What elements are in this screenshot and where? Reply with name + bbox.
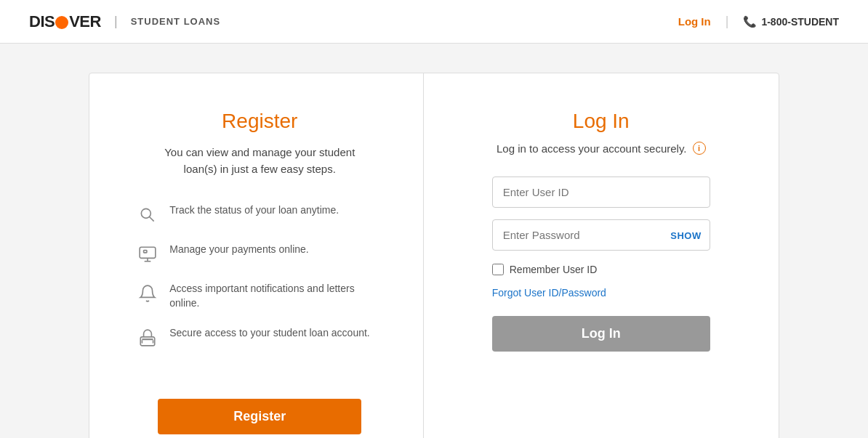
monitor-icon xyxy=(136,243,159,266)
register-button[interactable]: Register xyxy=(158,399,361,434)
svg-line-1 xyxy=(150,217,154,222)
logo: DISVER | STUDENT LOANS xyxy=(29,12,220,31)
logo-divider: | xyxy=(114,14,118,29)
feature-track: Track the status of your loan anytime. xyxy=(136,203,383,227)
logo-disc-icon xyxy=(55,16,68,29)
login-form: SHOW Remember User ID Forgot User ID/Pas… xyxy=(492,177,710,352)
bell-icon xyxy=(136,282,159,305)
password-wrapper: SHOW xyxy=(492,219,710,251)
info-icon[interactable]: i xyxy=(693,142,706,155)
header-login-link[interactable]: Log In xyxy=(678,15,711,28)
header-right: Log In | 📞 1-800-STUDENT xyxy=(678,14,839,29)
logo-student-loans: STUDENT LOANS xyxy=(131,16,221,27)
search-icon xyxy=(136,203,159,227)
logo-discover-text: DISVER xyxy=(29,12,101,31)
header: DISVER | STUDENT LOANS Log In | 📞 1-800-… xyxy=(0,0,868,44)
register-panel: Register You can view and manage your st… xyxy=(89,73,424,438)
remember-checkbox[interactable] xyxy=(492,264,504,275)
phone-number: 1-800-STUDENT xyxy=(761,16,839,28)
svg-rect-5 xyxy=(144,251,147,253)
main-card: Register You can view and manage your st… xyxy=(89,73,779,438)
feature-notifications-text: Access important notifications and lette… xyxy=(169,282,383,310)
register-subtitle: You can view and manage your student loa… xyxy=(150,145,369,177)
feature-secure: Secure access to your student loan accou… xyxy=(136,326,383,349)
header-phone: 📞 1-800-STUDENT xyxy=(743,15,839,28)
lock-icon xyxy=(136,326,159,349)
header-divider: | xyxy=(726,14,729,29)
remember-row: Remember User ID xyxy=(492,264,710,275)
svg-rect-7 xyxy=(142,338,153,340)
login-button[interactable]: Log In xyxy=(492,316,710,352)
feature-payments: Manage your payments online. xyxy=(136,243,383,266)
feature-secure-text: Secure access to your student loan accou… xyxy=(169,326,370,341)
register-title: Register xyxy=(222,110,297,133)
phone-icon: 📞 xyxy=(743,15,757,28)
login-subtitle: Log in to access your account securely. xyxy=(497,142,687,155)
feature-track-text: Track the status of your loan anytime. xyxy=(169,203,339,218)
login-subtitle-row: Log in to access your account securely. … xyxy=(497,142,706,155)
feature-notifications: Access important notifications and lette… xyxy=(136,282,383,310)
user-id-input[interactable] xyxy=(492,177,710,208)
show-password-button[interactable]: SHOW xyxy=(670,230,701,240)
login-panel: Log In Log in to access your account sec… xyxy=(424,73,779,438)
feature-payments-text: Manage your payments online. xyxy=(169,243,308,257)
forgot-link[interactable]: Forgot User ID/Password xyxy=(492,287,710,299)
remember-label[interactable]: Remember User ID xyxy=(510,264,598,275)
svg-point-0 xyxy=(142,208,151,218)
features-list: Track the status of your loan anytime. M… xyxy=(136,203,383,365)
login-title: Log In xyxy=(573,110,630,133)
svg-rect-2 xyxy=(140,247,156,258)
